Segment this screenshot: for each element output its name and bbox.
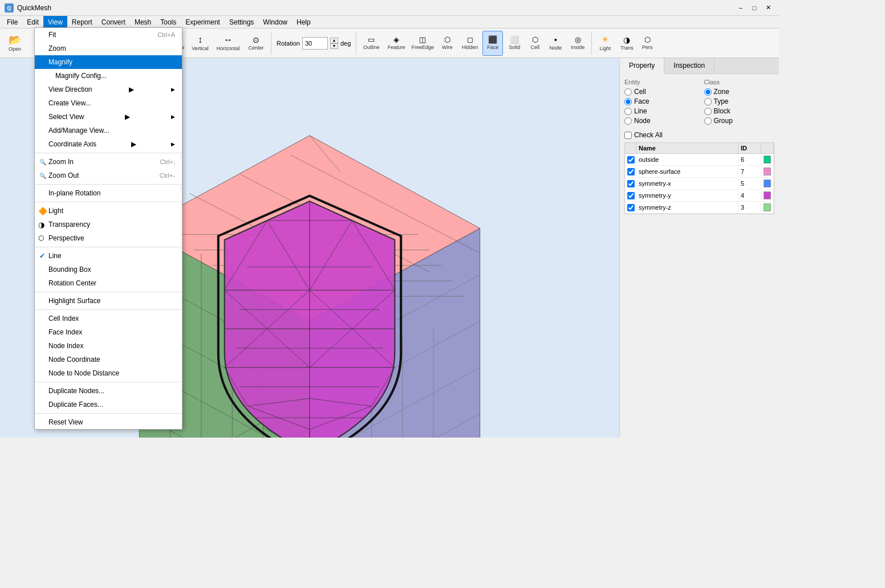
zones-table: Name ID outside 6 sphere-surface 7 xyxy=(624,142,774,214)
toolbar-horizontal[interactable]: ↔ Horizontal xyxy=(213,31,243,56)
trans-dropdown-icon: ◑ xyxy=(38,220,44,229)
toolbar-node[interactable]: • Node xyxy=(545,31,566,56)
menu-help[interactable]: Help xyxy=(292,16,315,28)
row-check-symy[interactable] xyxy=(625,190,636,201)
tab-property[interactable]: Property xyxy=(620,58,664,74)
spin-down[interactable]: ▼ xyxy=(330,43,338,49)
menu-report[interactable]: Report xyxy=(67,16,97,28)
table-row[interactable]: outside 6 xyxy=(625,154,774,166)
table-row[interactable]: symmetry-z 3 xyxy=(625,202,774,214)
dropdown-face-index[interactable]: Face Index xyxy=(35,325,182,339)
app-icon: Q xyxy=(5,3,14,13)
menu-file[interactable]: File xyxy=(2,16,22,28)
dropdown-view-direction[interactable]: View Direction ▶ xyxy=(35,83,182,96)
dropdown-transparency[interactable]: ◑ Transparency xyxy=(35,218,182,231)
minimize-button[interactable]: − xyxy=(734,3,747,13)
spin-up[interactable]: ▲ xyxy=(330,38,338,43)
toolbar-pers[interactable]: ⬡ Pers xyxy=(638,31,656,56)
row-check-symx[interactable] xyxy=(625,178,636,189)
dropdown-zoom[interactable]: Zoom xyxy=(35,42,182,55)
dropdown-magnify[interactable]: Magnify xyxy=(35,55,182,69)
pers-icon: ⬡ xyxy=(644,36,651,43)
dropdown-node-to-node[interactable]: Node to Node Distance xyxy=(35,366,182,380)
entity-cell-radio[interactable] xyxy=(624,88,632,96)
dropdown-node-coordinate[interactable]: Node Coordinate xyxy=(35,353,182,366)
dropdown-line[interactable]: ✓ Line xyxy=(35,249,182,263)
table-row[interactable]: symmetry-x 5 xyxy=(625,178,774,190)
dropdown-fit[interactable]: Fit Ctrl+A xyxy=(35,28,182,42)
toolbar-vertical[interactable]: ↕ Vertical xyxy=(188,31,212,56)
toolbar-inside[interactable]: ◎ Inside xyxy=(567,31,588,56)
dropdown-perspective[interactable]: ⬡ Perspective xyxy=(35,231,182,245)
dropdown-inplane-rotation[interactable]: In-plane Rotation xyxy=(35,186,182,200)
rotation-input[interactable] xyxy=(302,37,328,50)
dropdown-zoom-out[interactable]: 🔍 Zoom Out Ctrl+- xyxy=(35,169,182,182)
menu-mesh[interactable]: Mesh xyxy=(130,16,156,28)
toolbar-feature[interactable]: ◈ Feature xyxy=(384,31,408,56)
toolbar-center[interactable]: ⊙ Center xyxy=(244,31,268,56)
dropdown-light[interactable]: 🔶 Light xyxy=(35,204,182,218)
toolbar-solid[interactable]: ⬜ Solid xyxy=(504,31,525,56)
class-zone-radio[interactable] xyxy=(704,88,712,96)
dropdown-reset-view[interactable]: Reset View xyxy=(35,415,182,429)
dropdown-zoom-in[interactable]: 🔍 Zoom In Ctrl+; xyxy=(35,155,182,169)
row-id-outside: 6 xyxy=(738,154,761,165)
rotation-unit: deg xyxy=(340,40,351,47)
entity-cell-row: Cell xyxy=(624,88,695,96)
row-check-symz[interactable] xyxy=(625,202,636,213)
row-check-outside[interactable] xyxy=(625,154,636,165)
panel-tabs: Property Inspection xyxy=(620,58,779,74)
toolbar-open[interactable]: 📂 Open xyxy=(2,31,27,56)
menu-tools[interactable]: Tools xyxy=(156,16,181,28)
class-type-radio[interactable] xyxy=(704,98,712,105)
close-button[interactable]: ✕ xyxy=(762,3,774,13)
menu-experiment[interactable]: Experiment xyxy=(181,16,225,28)
class-block-radio[interactable] xyxy=(704,108,712,115)
toolbar-outline[interactable]: ▭ Outline xyxy=(359,31,383,56)
toolbar-light[interactable]: ☀ Light xyxy=(595,31,615,56)
dropdown-bounding-box[interactable]: Bounding Box xyxy=(35,263,182,276)
class-title: Class xyxy=(704,79,775,85)
dropdown-magnify-config[interactable]: Magnify Config... xyxy=(35,69,182,83)
row-color-sphere[interactable] xyxy=(761,166,774,177)
menu-view[interactable]: View xyxy=(43,16,67,28)
row-color-outside[interactable] xyxy=(761,154,774,165)
dropdown-rotation-center[interactable]: Rotation Center xyxy=(35,276,182,290)
toolbar-freeedge[interactable]: ◫ FreeEdge xyxy=(409,31,436,56)
toolbar-wire[interactable]: ⬡ Wire xyxy=(437,31,457,56)
dropdown-coordinate-axis[interactable]: Coordinate Axis ▶ xyxy=(35,137,182,151)
entity-face-radio[interactable] xyxy=(624,98,632,105)
row-color-symz[interactable] xyxy=(761,202,774,213)
dropdown-create-view[interactable]: Create View... xyxy=(35,96,182,110)
menu-edit[interactable]: Edit xyxy=(22,16,43,28)
dropdown-node-index[interactable]: Node Index xyxy=(35,339,182,353)
table-header: Name ID xyxy=(625,143,774,154)
menu-settings[interactable]: Settings xyxy=(225,16,258,28)
row-color-symy[interactable] xyxy=(761,190,774,201)
class-group: Class Zone Type Block G xyxy=(704,79,775,126)
maximize-button[interactable]: □ xyxy=(748,3,761,13)
dropdown-add-manage-view[interactable]: Add/Manage View... xyxy=(35,124,182,137)
dropdown-select-view[interactable]: Select View ▶ xyxy=(35,110,182,124)
entity-class-row: Entity Cell Face Line N xyxy=(624,79,774,126)
row-check-sphere[interactable] xyxy=(625,166,636,177)
toolbar-face[interactable]: ⬛ Face xyxy=(482,31,503,56)
entity-line-radio[interactable] xyxy=(624,108,632,115)
table-row[interactable]: sphere-surface 7 xyxy=(625,166,774,178)
row-color-symx[interactable] xyxy=(761,178,774,189)
check-all-checkbox[interactable] xyxy=(624,132,632,139)
dropdown-duplicate-faces[interactable]: Duplicate Faces... xyxy=(35,398,182,411)
toolbar-cell[interactable]: ⬡ Cell xyxy=(526,31,544,56)
dropdown-cell-index[interactable]: Cell Index xyxy=(35,312,182,325)
menu-window[interactable]: Window xyxy=(258,16,292,28)
tab-inspection[interactable]: Inspection xyxy=(664,58,715,74)
toolbar-hidden[interactable]: ◻ Hidden xyxy=(458,31,481,56)
dropdown-highlight-surface[interactable]: Highlight Surface xyxy=(35,294,182,308)
table-row[interactable]: symmetry-y 4 xyxy=(625,190,774,202)
menu-convert[interactable]: Convert xyxy=(97,16,130,28)
dropdown-duplicate-nodes[interactable]: Duplicate Nodes... xyxy=(35,384,182,398)
toolbar-trans[interactable]: ◑ Trans xyxy=(616,31,637,56)
class-group-radio[interactable] xyxy=(704,117,712,125)
wire-icon: ⬡ xyxy=(444,36,450,43)
entity-node-radio[interactable] xyxy=(624,117,632,125)
